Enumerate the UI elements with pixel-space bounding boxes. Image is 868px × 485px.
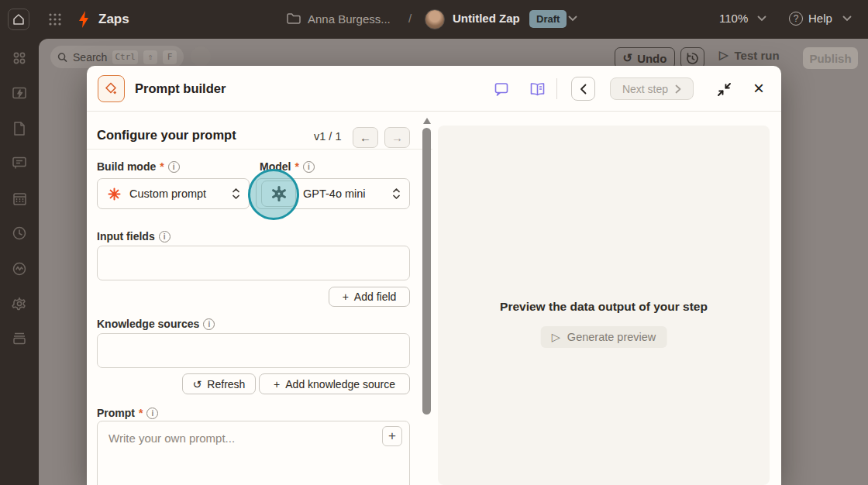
collapse-icon[interactable]	[715, 80, 733, 98]
search-label: Search	[73, 51, 107, 64]
preview-title: Preview the data output of your step	[438, 300, 770, 314]
docs-book-icon[interactable]	[529, 81, 546, 98]
input-fields-label: Input fields i	[97, 230, 170, 242]
publish-button[interactable]: Publish	[803, 47, 858, 69]
app-grid-icon[interactable]	[48, 12, 62, 26]
help-chevron-icon[interactable]	[842, 15, 852, 22]
scrollbar-thumb[interactable]	[422, 128, 431, 414]
insert-data-button[interactable]: +	[382, 426, 402, 446]
help-label[interactable]: Help	[808, 12, 832, 25]
sidebar-item-tables[interactable]	[10, 189, 29, 208]
close-icon[interactable]: ×	[747, 76, 770, 101]
modal-title: Prompt builder	[135, 81, 226, 96]
key-shift: ⇧	[143, 50, 157, 64]
refresh-button[interactable]: ↺ Refresh	[182, 373, 256, 394]
history-clock-icon	[686, 52, 699, 65]
canvas-search[interactable]: Search Ctrl ⇧ F	[50, 46, 184, 68]
version-previous-button[interactable]: ←	[353, 127, 378, 148]
key-f: F	[163, 50, 177, 64]
test-run-button[interactable]: ▷ Test run	[719, 48, 780, 62]
home-icon	[12, 13, 25, 26]
required-marker: *	[294, 160, 298, 173]
product-name: Zaps	[98, 12, 129, 27]
next-step-label: Next step	[622, 83, 668, 95]
add-knowledge-source-label: Add knowledge source	[285, 378, 395, 390]
stack-icon	[12, 332, 27, 346]
preview-panel: Preview the data output of your step ▷ G…	[438, 126, 770, 485]
info-icon[interactable]: i	[168, 161, 180, 173]
sidebar-item-settings[interactable]	[10, 294, 29, 313]
version-label: v1 / 1	[314, 130, 341, 143]
build-mode-label: Build mode * i	[97, 160, 180, 173]
updown-chevron-icon	[392, 187, 401, 201]
sidebar-item-chat[interactable]	[10, 153, 29, 172]
model-value: GPT-4o mini	[303, 187, 366, 200]
left-sidebar	[0, 39, 39, 485]
prompt-builder-app-icon	[98, 75, 125, 102]
refresh-icon: ↺	[193, 378, 202, 390]
undo-icon: ↺	[623, 51, 633, 65]
previous-step-button[interactable]	[571, 77, 595, 101]
version-next-button[interactable]: →	[384, 127, 410, 148]
publish-label: Publish	[809, 52, 851, 65]
folder-bolt-icon	[12, 85, 27, 101]
info-icon[interactable]: i	[303, 161, 315, 173]
zap-menu-chevron-icon[interactable]	[568, 15, 577, 22]
updown-chevron-icon	[232, 187, 240, 201]
test-run-label: Test run	[735, 49, 780, 62]
refresh-label: Refresh	[207, 378, 245, 390]
home-button[interactable]	[8, 9, 29, 30]
generate-preview-button[interactable]: ▷ Generate preview	[541, 326, 667, 348]
custom-prompt-star-icon	[108, 187, 121, 201]
undo-label: Undo	[637, 52, 666, 65]
build-mode-dropdown[interactable]: Custom prompt	[97, 178, 250, 209]
activity-icon	[12, 261, 27, 277]
breadcrumb-folder-name[interactable]: Anna Burgess...	[308, 12, 391, 26]
add-knowledge-source-button[interactable]: + Add knowledge source	[259, 373, 410, 394]
ai-sparkle-icon	[104, 81, 119, 97]
info-icon[interactable]: i	[146, 408, 158, 419]
modal-header: Prompt builder Next step ×	[87, 66, 781, 112]
key-ctrl: Ctrl	[112, 50, 138, 64]
chat-icon	[12, 156, 27, 170]
draft-status-badge: Draft	[529, 10, 567, 28]
config-heading-divider	[87, 149, 432, 150]
required-marker: *	[160, 160, 164, 173]
clock-icon	[12, 225, 27, 241]
info-icon[interactable]: i	[203, 318, 215, 330]
info-icon[interactable]: i	[159, 231, 170, 242]
comment-icon[interactable]	[493, 81, 510, 98]
next-step-button[interactable]: Next step	[610, 77, 694, 100]
play-icon: ▷	[552, 331, 560, 343]
generate-preview-label: Generate preview	[567, 331, 656, 343]
prompt-textarea[interactable]	[98, 421, 409, 485]
knowledge-sources-label: Knowledge sources i	[97, 318, 215, 330]
sidebar-item-zaps[interactable]	[10, 84, 29, 102]
arrow-right-icon: →	[391, 131, 403, 144]
prompt-builder-modal: Prompt builder Next step × Configure you…	[87, 66, 781, 485]
presence-avatar	[191, 46, 211, 67]
sidebar-item-history[interactable]	[10, 224, 29, 242]
chevron-right-icon	[675, 84, 681, 94]
scrollbar-up-arrow[interactable]	[423, 118, 431, 124]
input-fields-box[interactable]	[97, 246, 410, 280]
zoom-level[interactable]: 110%	[719, 12, 748, 25]
plus-icon: +	[343, 291, 349, 303]
help-question-icon[interactable]: ?	[789, 12, 803, 26]
circles-grid-icon	[12, 50, 27, 66]
add-field-button[interactable]: + Add field	[329, 287, 410, 307]
breadcrumb-separator: /	[408, 12, 412, 25]
knowledge-sources-box[interactable]	[97, 333, 410, 368]
zoom-chevron-icon[interactable]	[757, 15, 766, 22]
user-avatar[interactable]	[425, 9, 445, 29]
sidebar-item-apps[interactable]	[10, 49, 29, 67]
sidebar-item-more-apps[interactable]	[10, 329, 29, 348]
prompt-field-container: +	[97, 421, 410, 485]
zap-title[interactable]: Untitled Zap	[453, 12, 520, 25]
sidebar-item-documents[interactable]	[10, 119, 29, 138]
header-divider	[556, 78, 557, 99]
sidebar-item-monitoring[interactable]	[10, 260, 29, 278]
build-mode-value: Custom prompt	[129, 187, 206, 200]
calendar-icon	[12, 191, 27, 206]
top-bar: Zaps Anna Burgess... / Untitled Zap Draf…	[0, 0, 868, 39]
